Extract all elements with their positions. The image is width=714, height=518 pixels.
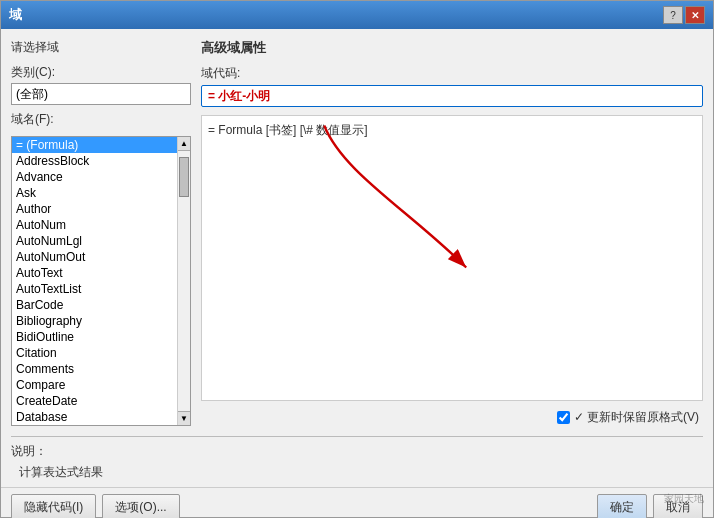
list-items-area: = (Formula) AddressBlock Advance Ask Aut… <box>12 137 177 425</box>
list-scrollbar[interactable]: ▲ ▼ <box>177 137 190 425</box>
list-item[interactable]: AutoNum <box>12 217 177 233</box>
title-bar-buttons: ? ✕ <box>663 6 705 24</box>
list-item[interactable]: AutoText <box>12 265 177 281</box>
help-button[interactable]: ? <box>663 6 683 24</box>
description-section: 说明： 计算表达式结果 <box>11 436 703 481</box>
scrollbar-thumb[interactable] <box>179 157 189 197</box>
right-panel: 高级域属性 域代码: = Formula [书签] [\# 数值显示] <box>201 39 703 426</box>
list-item[interactable]: BarCode <box>12 297 177 313</box>
formula-area: = Formula [书签] [\# 数值显示] <box>201 115 703 401</box>
preserve-format-checkbox[interactable] <box>557 411 570 424</box>
list-item[interactable]: Advance <box>12 169 177 185</box>
list-item[interactable]: Comments <box>12 361 177 377</box>
list-item[interactable]: Ask <box>12 185 177 201</box>
list-item[interactable]: Citation <box>12 345 177 361</box>
dialog-window: 域 ? ✕ 请选择域 类别(C): (全部) 域名(F): <box>0 0 714 518</box>
list-item[interactable]: AddressBlock <box>12 153 177 169</box>
scrollbar-up-button[interactable]: ▲ <box>178 137 190 151</box>
bottom-right-buttons: 确定 取消 <box>597 494 703 518</box>
field-code-input[interactable] <box>201 85 703 107</box>
list-item[interactable]: AutoNumLgl <box>12 233 177 249</box>
dialog-title: 域 <box>9 6 22 24</box>
title-bar: 域 ? ✕ <box>1 1 713 29</box>
right-panel-title: 高级域属性 <box>201 39 703 57</box>
close-button[interactable]: ✕ <box>685 6 705 24</box>
list-with-scroll: = (Formula) AddressBlock Advance Ask Aut… <box>12 137 190 425</box>
description-label: 说明： <box>11 443 703 460</box>
list-item[interactable]: AutoTextList <box>12 281 177 297</box>
preserve-format-label[interactable]: ✓ 更新时保留原格式(V) <box>574 409 699 426</box>
bottom-buttons: 隐藏代码(I) 选项(O)... 确定 取消 <box>1 487 713 518</box>
category-section: 类别(C): (全部) <box>11 64 191 105</box>
arrow-annotation <box>202 116 702 400</box>
left-panel-title: 请选择域 <box>11 39 191 56</box>
dialog-body: 请选择域 类别(C): (全部) 域名(F): = (Formula) Addr… <box>1 29 713 436</box>
cancel-button[interactable]: 取消 <box>653 494 703 518</box>
list-item[interactable]: Bibliography <box>12 313 177 329</box>
category-label: 类别(C): <box>11 64 191 81</box>
list-item[interactable]: Compare <box>12 377 177 393</box>
fields-list-container: = (Formula) AddressBlock Advance Ask Aut… <box>11 136 191 426</box>
list-item[interactable]: = (Formula) <box>12 137 177 153</box>
checkbox-row: ✓ 更新时保留原格式(V) <box>201 409 703 426</box>
description-wrapper: 说明： 计算表达式结果 <box>1 436 713 487</box>
bottom-left-buttons: 隐藏代码(I) 选项(O)... <box>11 494 180 518</box>
list-item[interactable]: CreateDate <box>12 393 177 409</box>
list-item[interactable]: AutoNumOut <box>12 249 177 265</box>
field-code-label: 域代码: <box>201 65 703 82</box>
options-button[interactable]: 选项(O)... <box>102 494 179 518</box>
list-item[interactable]: Database <box>12 409 177 425</box>
hide-code-button[interactable]: 隐藏代码(I) <box>11 494 96 518</box>
category-select[interactable]: (全部) <box>11 83 191 105</box>
left-panel: 请选择域 类别(C): (全部) 域名(F): = (Formula) Addr… <box>11 39 191 426</box>
description-text: 计算表达式结果 <box>11 464 703 481</box>
list-item[interactable]: BidiOutline <box>12 329 177 345</box>
ok-button[interactable]: 确定 <box>597 494 647 518</box>
category-select-row: (全部) <box>11 83 191 105</box>
scrollbar-down-button[interactable]: ▼ <box>178 411 190 425</box>
list-item[interactable]: Author <box>12 201 177 217</box>
fields-label: 域名(F): <box>11 111 191 128</box>
formula-text: = Formula [书签] [\# 数值显示] <box>208 123 368 137</box>
field-code-section: 域代码: <box>201 65 703 107</box>
